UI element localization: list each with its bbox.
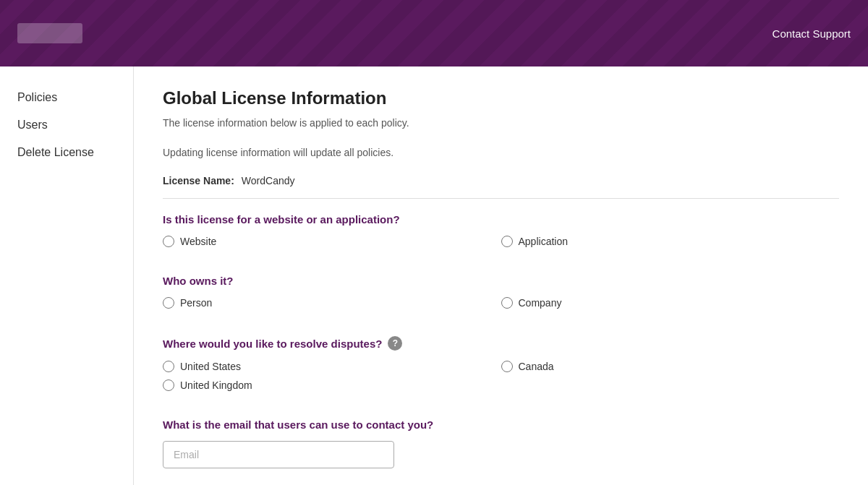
radio-uk-input[interactable]: [163, 379, 174, 391]
radio-website-input[interactable]: [163, 236, 174, 247]
radio-col-left-1: Website: [163, 236, 501, 254]
radio-col-left-2: Person: [163, 297, 501, 316]
radio-uk[interactable]: United Kingdom: [163, 379, 501, 391]
license-name-row: License Name: WordCandy: [163, 175, 839, 199]
contact-support-link[interactable]: Contact Support: [773, 27, 851, 40]
help-icon[interactable]: ?: [388, 336, 402, 351]
radio-company-label: Company: [519, 297, 562, 309]
main-layout: Policies Users Delete License Global Lic…: [0, 66, 868, 485]
question-email-text: What is the email that users can use to …: [163, 419, 433, 431]
page-description-line2: Updating license information will update…: [163, 145, 839, 160]
radio-col-right-1: Application: [501, 236, 840, 254]
radio-person[interactable]: Person: [163, 297, 501, 309]
radio-application-label: Application: [519, 236, 569, 247]
question-website-or-app-text: Is this license for a website or an appl…: [163, 213, 400, 226]
radio-canada[interactable]: Canada: [501, 361, 840, 372]
page-description-line1: The license information below is applied…: [163, 116, 839, 131]
content-area: Global License Information The license i…: [134, 66, 868, 485]
logo-image: [17, 23, 82, 43]
radio-group-owner: Person Company: [163, 297, 839, 316]
radio-website-label: Website: [180, 236, 216, 247]
radio-company[interactable]: Company: [501, 297, 840, 309]
radio-canada-input[interactable]: [501, 361, 513, 372]
radio-us[interactable]: United States: [163, 361, 501, 372]
page-title: Global License Information: [163, 88, 839, 108]
radio-website[interactable]: Website: [163, 236, 501, 247]
question-disputes: Where would you like to resolve disputes…: [163, 336, 839, 351]
sidebar-item-users[interactable]: Users: [0, 111, 133, 139]
radio-person-label: Person: [180, 297, 212, 309]
radio-col-right-2: Company: [501, 297, 840, 316]
section-who-owns: Who owns it? Person Company: [163, 275, 839, 316]
radio-group-website-or-app: Website Application: [163, 236, 839, 254]
question-email: What is the email that users can use to …: [163, 419, 839, 431]
question-who-owns-text: Who owns it?: [163, 275, 233, 287]
radio-us-label: United States: [180, 361, 241, 372]
question-disputes-text: Where would you like to resolve disputes…: [163, 338, 382, 350]
radio-col-left-3: United States United Kingdom: [163, 361, 501, 398]
header: Contact Support: [0, 0, 868, 66]
sidebar-item-policies[interactable]: Policies: [0, 84, 133, 111]
question-who-owns: Who owns it?: [163, 275, 839, 287]
sidebar-item-delete-license[interactable]: Delete License: [0, 139, 133, 166]
radio-col-right-3: Canada: [501, 361, 840, 398]
radio-us-input[interactable]: [163, 361, 174, 372]
radio-canada-label: Canada: [519, 361, 554, 372]
radio-company-input[interactable]: [501, 297, 513, 309]
radio-person-input[interactable]: [163, 297, 174, 309]
license-name-label: License Name:: [163, 175, 234, 186]
radio-application[interactable]: Application: [501, 236, 840, 247]
radio-group-disputes-row1: United States United Kingdom Canada: [163, 361, 839, 398]
question-website-or-app: Is this license for a website or an appl…: [163, 213, 839, 226]
section-email: What is the email that users can use to …: [163, 419, 839, 468]
section-website-or-app: Is this license for a website or an appl…: [163, 213, 839, 254]
license-name-value: WordCandy: [242, 175, 295, 186]
sidebar: Policies Users Delete License: [0, 66, 134, 485]
section-disputes: Where would you like to resolve disputes…: [163, 336, 839, 398]
email-input[interactable]: [163, 441, 394, 468]
radio-application-input[interactable]: [501, 236, 513, 247]
radio-uk-label: United Kingdom: [180, 379, 252, 391]
logo: [17, 23, 82, 43]
